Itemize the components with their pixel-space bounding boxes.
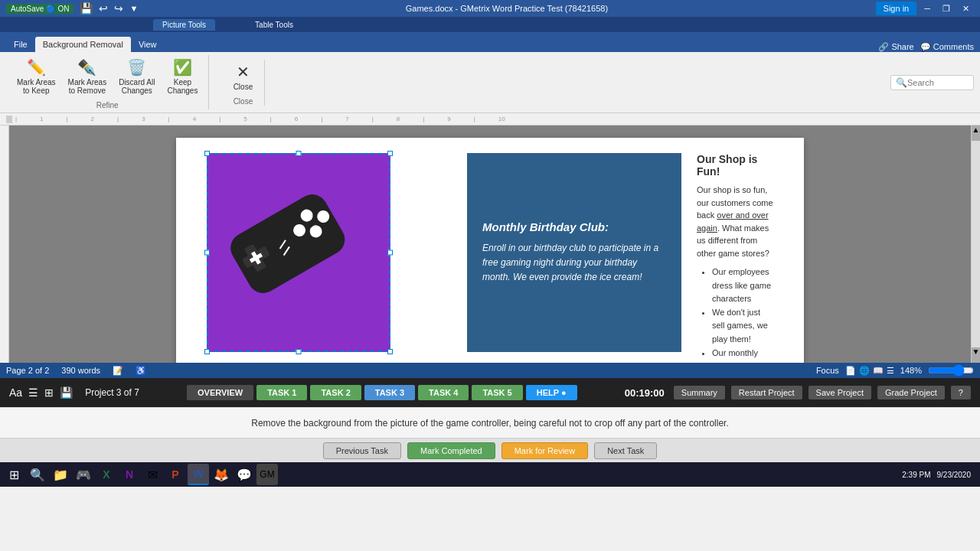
discard-all-changes-button[interactable]: 🗑️ Discard AllChanges	[114, 55, 159, 98]
search-input[interactable]	[907, 78, 969, 87]
close-ribbon-button[interactable]: ✕ Close	[227, 60, 258, 94]
taskbar-excel[interactable]: X	[96, 464, 117, 485]
taskbar-onenote[interactable]: N	[119, 464, 140, 485]
svg-rect-0	[225, 189, 351, 299]
handle-tl[interactable]	[204, 151, 210, 156]
save-project-button[interactable]: Save Project	[808, 386, 871, 399]
mark-for-review-button[interactable]: Mark for Review	[501, 442, 588, 459]
help-button[interactable]: ?	[951, 386, 971, 399]
gmetrix-icons: Aa ☰ ⊞ 💾	[9, 386, 73, 399]
tab-file[interactable]: File	[6, 37, 35, 52]
comments-button[interactable]: 💬 Comments	[920, 42, 974, 52]
list-icon[interactable]: ☰	[28, 386, 38, 399]
taskbar-outlook[interactable]: ✉	[142, 464, 163, 485]
tab-overview[interactable]: OVERVIEW	[187, 385, 253, 400]
save-project-icon[interactable]: 💾	[60, 386, 73, 399]
tab-task1[interactable]: TASK 1	[256, 385, 307, 400]
scroll-down[interactable]: ▼	[972, 347, 980, 363]
mark-completed-button[interactable]: Mark Completed	[407, 442, 495, 459]
tab-background-removal[interactable]: Background Removal	[35, 37, 131, 52]
bullet-item-1: Our employees dress like game characters	[712, 266, 773, 306]
handle-bl[interactable]	[204, 349, 210, 354]
next-task-button[interactable]: Next Task	[594, 442, 657, 459]
ruler-margin-left	[6, 116, 12, 123]
customize-icon[interactable]: ▼	[129, 4, 138, 13]
picture-tools-label[interactable]: Picture Tools	[153, 19, 215, 31]
text-size-icon[interactable]: Aa	[9, 386, 22, 399]
restart-project-button[interactable]: Restart Project	[731, 386, 802, 399]
grid-icon[interactable]: ⊞	[44, 386, 54, 399]
document-wrapper: ✚	[9, 126, 971, 363]
task-tabs: OVERVIEW TASK 1 TASK 2 TASK 3 TASK 4 TAS…	[187, 385, 577, 400]
ribbon-search-area: 🔍	[884, 75, 974, 90]
mark-areas-to-remove-button[interactable]: ✒️ Mark Areasto Remove	[64, 55, 112, 98]
tab-task5[interactable]: TASK 5	[472, 385, 522, 400]
windows-taskbar: ⊞ 🔍 📁 🎮 X N ✉ P W 🦊 💬 GM 2:39 PM 9/23/20…	[0, 462, 980, 487]
print-view-icon[interactable]: 📄	[845, 366, 856, 376]
minimize-button[interactable]: ─	[920, 2, 935, 15]
sign-in-button[interactable]: Sign in	[876, 2, 917, 15]
save-icon[interactable]: 💾	[80, 2, 93, 15]
tab-task2[interactable]: TASK 2	[310, 385, 361, 400]
taskbar-file-explorer[interactable]: 📁	[50, 464, 71, 485]
handle-mr[interactable]	[387, 250, 393, 256]
scroll-up[interactable]: ▲	[972, 126, 980, 141]
zoom-slider[interactable]	[928, 364, 974, 377]
taskbar-firefox[interactable]: 🦊	[211, 464, 232, 485]
keep-icon: ✅	[173, 58, 192, 77]
document-scroll[interactable]: ✚	[9, 126, 971, 363]
status-bar-right: Focus 📄 🌐 📖 ☰ 148%	[816, 364, 974, 377]
handle-br[interactable]	[387, 349, 393, 354]
mark-remove-label: Mark Areasto Remove	[68, 78, 107, 95]
close-ribbon-label: Close	[234, 83, 253, 91]
tab-help[interactable]: HELP ●	[526, 385, 577, 400]
handle-tm[interactable]	[296, 151, 302, 156]
action-bar: Previous Task Mark Completed Mark for Re…	[0, 438, 980, 462]
restore-button[interactable]: ❐	[938, 2, 955, 15]
start-button[interactable]: ⊞	[3, 465, 25, 485]
tab-task4[interactable]: TASK 4	[418, 385, 469, 400]
right-scrollbar[interactable]: ▲ ▼	[971, 126, 980, 363]
zoom-level: 148%	[900, 366, 922, 375]
taskbar-teams[interactable]: 💬	[234, 464, 255, 485]
taskbar-powerpoint[interactable]: P	[165, 464, 186, 485]
mark-areas-to-keep-button[interactable]: ✏️ Mark Areasto Keep	[12, 55, 60, 98]
undo-icon[interactable]: ↩	[99, 2, 108, 15]
table-tools-label[interactable]: Table Tools	[246, 19, 302, 31]
taskbar-word[interactable]: W	[188, 464, 209, 485]
taskbar-game[interactable]: 🎮	[73, 464, 94, 485]
close-button[interactable]: ✕	[958, 2, 974, 15]
search-box[interactable]: 🔍	[890, 75, 974, 90]
autosave-on: ON	[57, 5, 69, 13]
previous-task-button[interactable]: Previous Task	[323, 442, 401, 459]
bullet-list: Our employees dress like game characters…	[697, 266, 773, 363]
handle-ml[interactable]	[204, 250, 210, 256]
birthday-club-box: Monthly Birthday Club: Enroll in our bir…	[467, 153, 681, 352]
web-view-icon[interactable]: 🌐	[859, 366, 870, 376]
image-container[interactable]: ✚	[207, 153, 390, 352]
autosave-status: 🔵	[46, 5, 55, 13]
share-button[interactable]: 🔗 Share	[878, 42, 913, 52]
autosave-badge: AutoSave 🔵 ON	[6, 4, 74, 14]
timer: 00:19:00	[625, 387, 665, 399]
taskbar-icons: 🔍 📁 🎮 X N ✉ P W 🦊 💬 GM	[27, 464, 278, 485]
summary-button[interactable]: Summary	[674, 386, 725, 399]
handle-tr[interactable]	[387, 151, 393, 156]
tab-view[interactable]: View	[131, 37, 165, 52]
game-image: ✚	[207, 153, 390, 352]
taskbar-search[interactable]: 🔍	[27, 464, 48, 485]
autosave-label: AutoSave	[11, 5, 44, 13]
grade-project-button[interactable]: Grade Project	[877, 386, 945, 399]
handle-bm[interactable]	[296, 349, 302, 354]
keep-changes-button[interactable]: ✅ KeepChanges	[162, 55, 202, 98]
redo-icon[interactable]: ↪	[114, 2, 123, 15]
document-content: ✚	[207, 153, 773, 363]
ruler-marks: |1|2|3|4|5|6|7|8|9|10	[15, 116, 974, 122]
read-view-icon[interactable]: 📖	[873, 366, 884, 376]
outline-view-icon[interactable]: ☰	[887, 366, 894, 376]
taskbar-gmetrix[interactable]: GM	[256, 464, 278, 485]
document-page: ✚	[176, 138, 804, 363]
tab-task3[interactable]: TASK 3	[364, 385, 415, 400]
focus-btn[interactable]: Focus	[816, 366, 839, 375]
close-label: Close	[234, 97, 253, 106]
